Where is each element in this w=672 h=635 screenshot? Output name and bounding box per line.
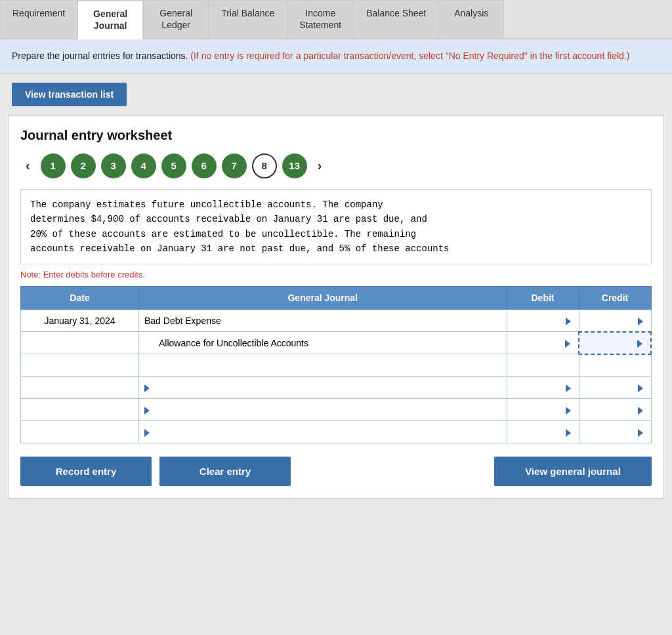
instruction-bar: Prepare the journal entries for transact… xyxy=(0,39,672,73)
account-triangle-icon xyxy=(144,407,150,415)
col-header-date: Date xyxy=(21,287,139,310)
debit-cell[interactable] xyxy=(507,332,579,354)
credit-cell[interactable] xyxy=(579,421,651,443)
credit-cell[interactable] xyxy=(579,310,651,332)
prev-step-button[interactable]: ‹ xyxy=(20,155,35,176)
tab-general-journal[interactable]: GeneralJournal xyxy=(77,0,143,39)
step-8[interactable]: 8 xyxy=(252,154,277,178)
debit-cell[interactable] xyxy=(507,354,579,377)
credit-triangle-icon xyxy=(638,318,643,325)
step-3[interactable]: 3 xyxy=(101,154,126,178)
view-transaction-bar: View transaction list xyxy=(0,73,672,115)
credit-triangle-icon xyxy=(637,340,642,348)
next-step-button[interactable]: › xyxy=(312,155,327,176)
step-6[interactable]: 6 xyxy=(192,154,217,178)
table-row xyxy=(21,421,652,443)
step-13[interactable]: 13 xyxy=(282,154,307,178)
debit-cell[interactable] xyxy=(507,377,579,399)
tab-trial-balance[interactable]: Trial Balance xyxy=(209,0,287,38)
entry-note: Note: Enter debits before credits. xyxy=(20,270,652,279)
table-row xyxy=(21,354,652,377)
credit-cell[interactable] xyxy=(579,399,651,421)
account-cell[interactable]: Bad Debt Expense xyxy=(139,310,507,332)
account-triangle-icon xyxy=(144,384,150,392)
debit-cell[interactable] xyxy=(507,310,579,332)
debit-triangle-icon xyxy=(565,340,570,348)
credit-cell[interactable] xyxy=(579,377,651,399)
date-cell xyxy=(21,421,139,443)
view-transaction-button[interactable]: View transaction list xyxy=(12,83,127,106)
debit-cell[interactable] xyxy=(507,421,579,443)
table-row: January 31, 2024 Bad Debt Expense xyxy=(21,310,652,332)
action-buttons: Record entry Clear entry View general jo… xyxy=(20,457,652,486)
step-navigation: ‹ 1 2 3 4 5 6 7 8 13 › xyxy=(20,154,652,178)
step-7[interactable]: 7 xyxy=(222,154,247,178)
clear-entry-button[interactable]: Clear entry xyxy=(159,457,291,486)
tab-analysis[interactable]: Analysis xyxy=(438,0,504,38)
worksheet-container: Journal entry worksheet ‹ 1 2 3 4 5 6 7 … xyxy=(8,115,664,499)
table-row: Allowance for Uncollectible Accounts xyxy=(21,332,652,354)
col-header-credit: Credit xyxy=(579,287,651,310)
record-entry-button[interactable]: Record entry xyxy=(20,457,152,486)
tab-requirement[interactable]: Requirement xyxy=(0,0,77,38)
account-cell[interactable] xyxy=(139,377,507,399)
account-cell[interactable] xyxy=(139,399,507,421)
tab-income-statement[interactable]: IncomeStatement xyxy=(287,0,354,38)
journal-table: Date General Journal Debit Credit Januar… xyxy=(20,286,652,443)
credit-triangle-icon xyxy=(638,407,643,415)
col-header-journal: General Journal xyxy=(139,287,507,310)
debit-triangle-icon xyxy=(566,407,571,415)
col-header-debit: Debit xyxy=(507,287,579,310)
tab-bar: Requirement GeneralJournal GeneralLedger… xyxy=(0,0,672,39)
debit-triangle-icon xyxy=(566,384,571,392)
credit-triangle-icon xyxy=(638,429,643,437)
transaction-description: The company estimates future uncollectib… xyxy=(20,189,652,265)
account-cell[interactable] xyxy=(139,421,507,443)
credit-cell[interactable] xyxy=(579,354,651,377)
step-4[interactable]: 4 xyxy=(131,154,156,178)
worksheet-title: Journal entry worksheet xyxy=(20,128,652,143)
step-2[interactable]: 2 xyxy=(71,154,96,178)
credit-input-cell[interactable] xyxy=(579,332,651,354)
account-cell-indented[interactable]: Allowance for Uncollectible Accounts xyxy=(139,332,507,354)
date-cell: January 31, 2024 xyxy=(21,310,139,332)
account-triangle-icon xyxy=(144,429,150,437)
table-row xyxy=(21,399,652,421)
debit-cell[interactable] xyxy=(507,399,579,421)
date-cell xyxy=(21,377,139,399)
tab-balance-sheet[interactable]: Balance Sheet xyxy=(354,0,438,38)
credit-triangle-icon xyxy=(638,384,643,392)
account-cell[interactable] xyxy=(139,354,507,377)
step-5[interactable]: 5 xyxy=(161,154,186,178)
step-1[interactable]: 1 xyxy=(41,154,66,178)
debit-triangle-icon xyxy=(566,429,571,437)
table-row xyxy=(21,377,652,399)
date-cell xyxy=(21,354,139,377)
tab-general-ledger[interactable]: GeneralLedger xyxy=(143,0,209,38)
view-general-journal-button[interactable]: View general journal xyxy=(494,457,652,486)
date-cell xyxy=(21,399,139,421)
debit-triangle-icon xyxy=(566,318,571,325)
date-cell xyxy=(21,332,139,354)
